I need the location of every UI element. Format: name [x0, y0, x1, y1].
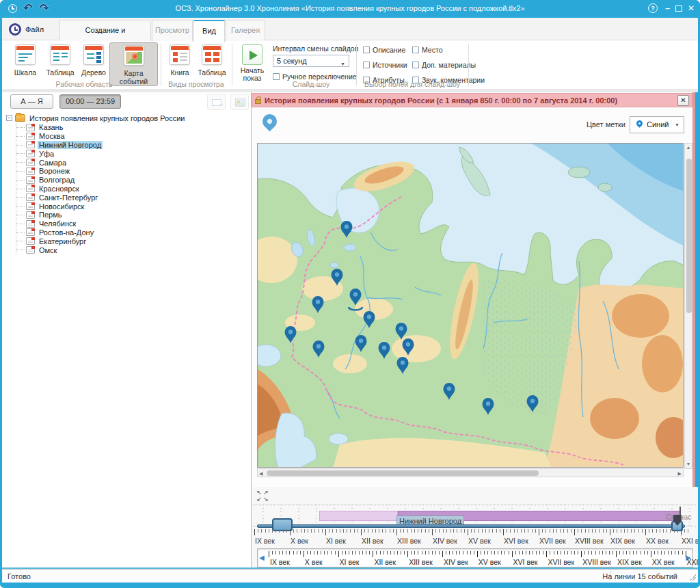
vertical-scroll-thumb[interactable]	[686, 159, 692, 313]
tree-item[interactable]: Казань	[16, 123, 248, 132]
tab-creation[interactable]: Создание и редактирование	[59, 20, 151, 41]
app-window: ↶ ↷ ОСЗ. Хронолайнер 3.0 Хронолиния «Ист…	[0, 0, 700, 588]
map-panel-header: История появления крупных городов России…	[252, 93, 692, 107]
scroll-down-icon[interactable]: ▼	[685, 461, 692, 468]
event-icon	[26, 133, 35, 140]
tree-item[interactable]: Екатеринбург	[16, 237, 248, 245]
play-icon	[242, 44, 262, 65]
timeline-band: Нижний Новгород Сейчас	[253, 505, 696, 526]
field-checkbox-label: Место	[422, 46, 443, 54]
tree-item-label: Санкт-Петербург	[38, 193, 99, 202]
tab-file[interactable]: Файл	[9, 21, 44, 38]
collapse-icon[interactable]: −	[6, 115, 12, 121]
map-viewport[interactable]	[257, 143, 684, 468]
tab-vid[interactable]: Вид	[193, 20, 225, 42]
group-label-slideshow: Слайд-шоу	[269, 80, 353, 88]
expand-icon[interactable]: ↖ ↗ ↙ ↘	[256, 489, 271, 503]
status-text: Готово	[8, 572, 31, 580]
field-checkbox[interactable]: Описание	[363, 44, 407, 55]
century-label: XV век	[468, 537, 491, 545]
tree-item[interactable]: Санкт-Петербург	[16, 193, 248, 202]
tree-item-label: Екатеринбург	[38, 237, 88, 245]
scale-view-icon	[15, 44, 36, 65]
timeline-tree-panel: А — Я 00:00 — 23:59 − История появления …	[2, 92, 252, 570]
separator	[468, 44, 469, 86]
maximize-button[interactable]	[675, 5, 682, 12]
event-icon	[26, 211, 35, 219]
minimize-button[interactable]: –	[665, 4, 670, 12]
century-label: XVI век	[504, 537, 528, 545]
event-icon	[26, 193, 35, 201]
tree-item[interactable]: Новосибирск	[16, 202, 248, 211]
nav-ticks-major	[269, 551, 687, 557]
arrow-down-right-icon: ↘	[262, 496, 269, 503]
tree-item-label: Красноярск	[38, 185, 81, 193]
folder-icon	[15, 114, 25, 122]
event-icon	[26, 237, 35, 245]
group-label-fields: Выбор полей для слайд-шоу	[360, 80, 464, 88]
timeline-slider-track[interactable]	[257, 524, 685, 528]
century-label: XX век	[652, 558, 675, 566]
century-label: XI век	[340, 558, 360, 566]
field-checkbox[interactable]: Место	[412, 44, 485, 55]
help-icon[interactable]: ?	[648, 3, 658, 13]
sort-alpha-button[interactable]: А — Я	[10, 94, 53, 109]
resize-grip[interactable]	[689, 574, 696, 580]
checkbox-icon	[273, 73, 280, 80]
century-label: IX век	[255, 537, 275, 545]
tree-item-label: Нижний Новгород	[38, 141, 103, 149]
tree-item[interactable]: Омск	[16, 245, 248, 254]
century-label: XV век	[479, 558, 501, 566]
century-label: IX век	[270, 558, 290, 566]
scale-labels: IX векX векXI векXII векXIII векXIV векX…	[252, 537, 698, 546]
event-span-early[interactable]	[319, 511, 398, 521]
map-panel-title: История появления крупных городов России…	[265, 96, 674, 105]
background-image-button[interactable]	[230, 94, 249, 110]
tree-item[interactable]: Воронеж	[16, 167, 248, 176]
panel-close-button[interactable]: ✕	[677, 95, 689, 106]
century-label: XVIII век	[582, 558, 611, 566]
map-vertical-scrollbar[interactable]: ▲ ▼	[684, 143, 692, 469]
arrow-up-left-icon: ↖	[256, 489, 262, 496]
button-start-show[interactable]: Начать показ	[236, 42, 269, 88]
window-title: ОСЗ. Хронолайнер 3.0 Хронолиния «История…	[0, 4, 700, 12]
scroll-up-icon[interactable]: ▲	[685, 144, 692, 151]
interval-select[interactable]: 5 секунд ▼	[273, 55, 349, 67]
tree-root[interactable]: − История появления крупных городов Росс…	[6, 113, 248, 123]
event-icon	[26, 168, 35, 175]
century-label: XIV век	[433, 537, 457, 545]
event-map-icon	[124, 45, 144, 66]
century-label: XIII век	[397, 537, 421, 545]
field-checkbox[interactable]: Источники	[363, 59, 407, 70]
horizontal-scroll-thumb[interactable]	[267, 470, 539, 476]
scroll-right-icon[interactable]: ▶	[678, 470, 682, 477]
century-label: XII век	[374, 558, 396, 566]
tree-item[interactable]: Самара	[16, 158, 248, 167]
tree-item-label: Челябинск	[38, 219, 77, 228]
timeline-navigator[interactable]: ◀ ▶ IX векX векXI векXII векXIII векXIV …	[257, 548, 693, 567]
century-label: XVII век	[548, 558, 574, 566]
tree-item[interactable]: Нижний Новгород	[16, 141, 248, 150]
tab-view-mode[interactable]: Просмотр	[152, 20, 193, 41]
tree-item[interactable]: Волгоград	[16, 176, 248, 185]
tab-gallery[interactable]: Галерея	[226, 20, 265, 41]
russia-physical-map	[258, 144, 684, 468]
close-button[interactable]: ✕	[688, 4, 695, 12]
marker-pin-icon[interactable]	[260, 111, 280, 132]
tree-item[interactable]: Москва	[16, 132, 248, 141]
century-label: X век	[291, 537, 308, 545]
tree-item[interactable]: Уфа	[16, 149, 248, 158]
add-line-button[interactable]	[207, 94, 226, 110]
time-filter-button[interactable]: 00:00 — 23:59	[59, 94, 121, 109]
scroll-left-icon[interactable]: ◀	[259, 470, 262, 477]
marker-color-select[interactable]: Синий ▼	[630, 116, 684, 133]
century-label: X век	[305, 558, 323, 566]
tree-item[interactable]: Красноярск	[16, 185, 248, 193]
tree-item[interactable]: Пермь	[16, 211, 248, 219]
events-count: На линии 15 событий	[602, 572, 677, 580]
map-horizontal-scrollbar[interactable]: ◀ ▶	[257, 468, 684, 477]
tree-item[interactable]: Челябинск	[16, 219, 248, 228]
tree-item[interactable]: Ростов-на-Дону	[16, 228, 248, 237]
lock-icon	[255, 99, 261, 104]
field-checkbox[interactable]: Доп. материалы	[412, 59, 485, 70]
